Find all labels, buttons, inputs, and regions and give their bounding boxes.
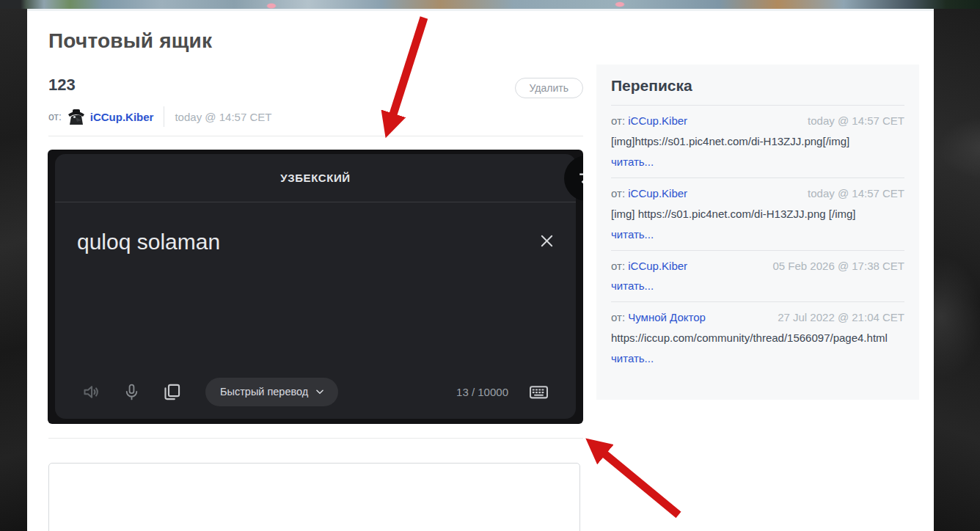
quick-translate-button[interactable]: Быстрый перевод <box>205 378 338 406</box>
reply-textarea[interactable] <box>48 463 580 531</box>
message-subject: 123 <box>48 76 583 95</box>
entry-date: 27 Jul 2022 @ 21:04 CET <box>778 311 904 323</box>
thread-entry: от: iCCup.Kiber today @ 14:57 CET [img]h… <box>611 106 904 178</box>
entry-sender-link[interactable]: iCCup.Kiber <box>628 260 687 272</box>
message-date: today @ 14:57 CET <box>175 111 271 123</box>
quick-translate-label: Быстрый перевод <box>220 386 308 398</box>
delete-button[interactable]: Удалить <box>515 78 583 98</box>
thread-entry: от: Чумной Доктор 27 Jul 2022 @ 21:04 CE… <box>611 302 904 374</box>
correspondence-title: Переписка <box>611 65 904 95</box>
microphone-icon[interactable] <box>122 382 141 402</box>
entry-date: 05 Feb 2026 @ 17:38 CET <box>772 260 904 272</box>
entry-sender-link[interactable]: Чумной Доктор <box>628 311 706 323</box>
bottom-divider <box>48 438 583 439</box>
speaker-icon[interactable] <box>81 382 101 402</box>
red-arrow-down <box>392 18 424 117</box>
copy-icon[interactable] <box>162 382 182 402</box>
message-meta: от: iCCup.Kiber today @ 14:57 CET <box>48 105 271 128</box>
translator-widget: УЗБЕКСКИЙ quloq solaman <box>48 150 583 424</box>
read-more-link[interactable]: читать... <box>611 155 654 168</box>
from-label: от: <box>611 114 625 127</box>
entry-sender-link[interactable]: iCCup.Kiber <box>628 114 687 127</box>
page-title: Почтовый ящик <box>48 29 212 53</box>
read-more-link[interactable]: читать... <box>611 352 654 365</box>
translator-card: УЗБЕКСКИЙ quloq solaman <box>55 154 576 419</box>
from-label: от: <box>611 311 625 323</box>
entry-date: today @ 14:57 CET <box>808 187 904 199</box>
meta-divider <box>164 106 164 127</box>
entry-date: today @ 14:57 CET <box>808 114 904 127</box>
translator-toolbar: Быстрый перевод 13 / 10000 <box>55 377 576 406</box>
chevron-down-icon <box>315 387 325 397</box>
keyboard-icon[interactable] <box>528 381 549 403</box>
thread-entry: от: iCCup.Kiber today @ 14:57 CET [img] … <box>611 178 904 251</box>
left-background-art <box>0 9 27 531</box>
right-background-art <box>934 9 980 531</box>
translator-header: УЗБЕКСКИЙ <box>55 154 576 202</box>
sender-link[interactable]: iCCup.Kiber <box>90 111 154 123</box>
entry-body: [img]https://s01.pic4net.com/di-H13ZJJ.p… <box>611 133 904 149</box>
message-header: 123 Удалить <box>48 76 583 95</box>
entry-body: [img] https://s01.pic4net.com/di-H13ZJJ.… <box>611 206 904 221</box>
char-counter: 13 / 10000 <box>456 386 508 398</box>
top-banner-art <box>0 0 980 9</box>
entry-sender-link[interactable]: iCCup.Kiber <box>628 187 687 199</box>
close-icon[interactable] <box>538 232 555 249</box>
entry-body: https://iccup.com/community/thread/15660… <box>611 330 904 345</box>
source-text[interactable]: quloq solaman <box>77 226 220 258</box>
header-divider <box>48 136 583 136</box>
read-more-link[interactable]: читать... <box>611 279 654 292</box>
mailbox-page: Почтовый ящик 123 Удалить от: iCCup.Kibe… <box>0 0 980 531</box>
target-language-label[interactable]: УЗБЕКСКИЙ <box>280 172 350 184</box>
red-arrow-up-left <box>603 453 679 515</box>
from-label: от: <box>611 187 625 199</box>
from-label: от: <box>611 260 625 272</box>
banner-underline <box>27 9 934 11</box>
read-more-link[interactable]: читать... <box>611 228 654 241</box>
from-label: от: <box>48 111 62 122</box>
correspondence-panel: Переписка от: iCCup.Kiber today @ 14:57 … <box>596 65 919 400</box>
sender-avatar <box>67 109 86 127</box>
thread-entry: от: iCCup.Kiber 05 Feb 2026 @ 17:38 CET … <box>611 251 904 302</box>
